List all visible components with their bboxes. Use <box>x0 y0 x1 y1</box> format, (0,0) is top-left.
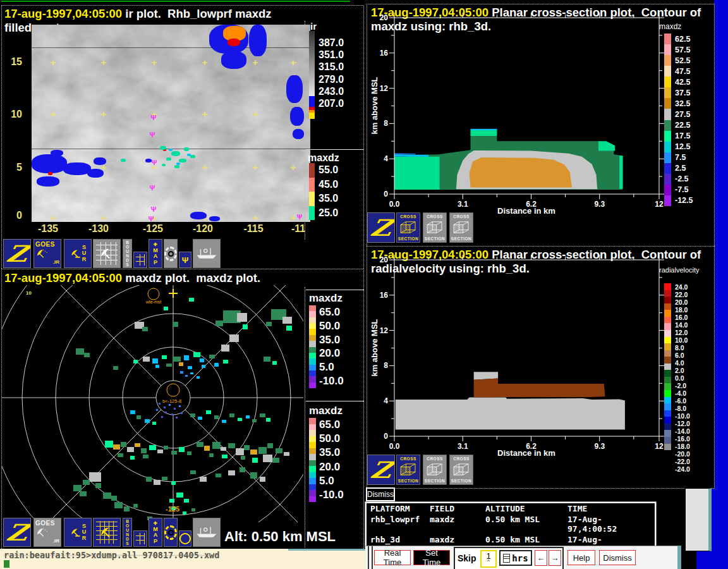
colorbar-segment <box>664 370 671 377</box>
surveillance-radar-button[interactable]: SUR <box>64 239 92 268</box>
colorbar-segment <box>309 490 316 496</box>
radar-grid-button[interactable] <box>93 239 121 268</box>
terminal-window[interactable]: rain:beaufait:95>xdump.all 970817.0405.x… <box>0 549 365 569</box>
buoy-button[interactable]: Ψ <box>179 252 191 268</box>
zebra-logo-button[interactable]: Z <box>3 518 31 547</box>
colorbar-segment <box>664 397 671 404</box>
radar-echo <box>272 458 279 463</box>
map-button[interactable]: ✚MAP <box>149 518 162 547</box>
cross-section-button-3[interactable]: CROSS SECTION <box>449 455 473 485</box>
zebra-logo-button[interactable]: Z <box>3 239 31 268</box>
cloud-top-blob <box>169 149 173 151</box>
radar-grid-button[interactable] <box>93 518 121 547</box>
satellite-image[interactable]: ++++++++++++++++++++++++ΨΨΨΨΨΨΨ <box>32 25 310 222</box>
time-control-bar: Real Time Set Time Skip 1^ hrs ← → Help … <box>365 546 677 569</box>
colorbar-segment <box>309 472 316 479</box>
radar-echo <box>212 442 221 449</box>
timestamp: 17-aug-1997,04:05:00 <box>4 271 122 284</box>
cloud-top-blob <box>174 165 179 168</box>
step-back-button[interactable]: ← <box>535 550 547 566</box>
y-axis-label: km above MSL <box>370 76 379 134</box>
zebra-logo-button[interactable]: Z <box>367 212 395 243</box>
goes-ir-button[interactable]: GOES .IR <box>33 518 61 547</box>
cross-section-button-1[interactable]: CROSS SECTION <box>396 212 420 243</box>
circle-button[interactable] <box>179 530 191 547</box>
zebra-logo-button[interactable]: Z <box>367 455 395 485</box>
gear-button[interactable] <box>164 239 178 268</box>
radar-echo <box>197 442 203 447</box>
map-button[interactable]: ✚MAP <box>149 239 162 268</box>
radar-echo <box>174 408 176 410</box>
cloud-top-blob <box>166 157 171 161</box>
colorbar-label: -10.0 <box>675 412 710 420</box>
ship-button[interactable] <box>193 518 221 547</box>
scrollbar-panel[interactable] <box>685 488 712 551</box>
terminal-accent <box>288 549 365 551</box>
cross-section-button-1[interactable]: CROSS SECTION <box>396 455 420 485</box>
radar-echo <box>84 353 90 357</box>
radar-ppi-display[interactable]: wte-mstb<-125-8-125 <box>2 285 303 522</box>
step-forward-button[interactable]: → <box>549 550 561 566</box>
radialvelocity-cross-section-window: 17-aug-1997,04:05:00 Planar cross-sectio… <box>367 246 715 489</box>
cloud-top-blob <box>228 39 240 46</box>
radar-echo <box>176 493 183 498</box>
radar-dish-icon <box>99 524 115 541</box>
radar-echo <box>237 313 247 322</box>
contour-region <box>474 379 605 398</box>
skip-value-field[interactable]: 1^ <box>480 550 497 568</box>
cloud-top-blob <box>32 154 67 173</box>
surveillance-radar-button[interactable]: SUR <box>64 518 92 547</box>
buoy-marker: Ψ <box>297 213 303 221</box>
cloud-top-blob <box>286 75 303 103</box>
cube-icon <box>426 463 444 477</box>
colorbar-segment <box>309 376 316 382</box>
real-time-button[interactable]: Real Time <box>374 550 411 565</box>
radar-echo <box>143 455 149 458</box>
cloud-top-blob <box>37 176 59 187</box>
cube-icon <box>399 463 417 477</box>
x-tick-label: 9.3 <box>594 442 605 451</box>
gear-button[interactable] <box>164 518 178 547</box>
colorbar-segment <box>309 347 316 353</box>
colorbar-segment <box>664 424 671 431</box>
radar-echo <box>169 499 174 503</box>
ship-icon <box>195 525 219 539</box>
contour-region <box>470 157 572 187</box>
dismiss-button[interactable]: Dismiss <box>599 550 636 565</box>
colorbar-label: 55.0 <box>318 163 356 178</box>
satellite-dish-icon <box>35 527 49 538</box>
colorbar-label: 6.0 <box>675 352 710 359</box>
cross-section-plot[interactable]: 2016128400.03.16.29.312km above MSLDista… <box>367 4 714 216</box>
goes-ir-button[interactable]: GOES .IR <box>33 239 61 268</box>
bounds-button[interactable]: BOUNDS <box>123 239 132 268</box>
radar-echo <box>272 361 277 365</box>
colorbar-segment <box>664 152 671 163</box>
help-button[interactable]: Help <box>567 550 595 565</box>
colorbar-segment <box>309 484 316 491</box>
colorbar-segment <box>664 131 671 142</box>
hrs-units-button[interactable]: hrs <box>499 550 532 566</box>
cross-section-button-2[interactable]: CROSS SECTION <box>423 212 447 243</box>
colorbar-label: 42.5 <box>675 76 710 87</box>
small-grid-button[interactable] <box>133 252 147 268</box>
set-time-button[interactable]: Set Time <box>413 550 450 565</box>
skip-label: Skip <box>458 553 476 563</box>
colorbar-segment <box>309 460 316 467</box>
cross-section-plot[interactable]: 2016128400.03.16.29.312km above MSLDista… <box>367 247 714 458</box>
cross-section-button-3[interactable]: CROSS SECTION <box>449 212 473 243</box>
bounds-button[interactable]: BOUNDS <box>123 518 132 547</box>
radar-echo <box>159 403 161 405</box>
cross-section-button-2[interactable]: CROSS SECTION <box>423 455 447 485</box>
colorbar-segment <box>664 390 671 397</box>
radar-echo <box>180 371 183 374</box>
contour-region <box>394 154 415 155</box>
colorbar-label: 16.0 <box>675 314 710 321</box>
dismiss-dialog-button[interactable]: Dismiss <box>366 487 395 501</box>
colorbar-segment <box>309 329 316 334</box>
gear-icon <box>164 247 177 261</box>
colorbar-segment <box>309 317 316 323</box>
ship-button[interactable] <box>193 239 221 268</box>
radar-echo <box>80 491 87 496</box>
small-grid-button[interactable] <box>133 530 147 547</box>
sur-label: SUR <box>82 245 87 263</box>
